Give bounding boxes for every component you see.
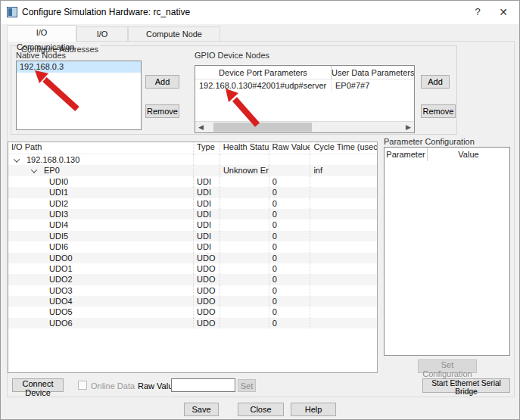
gpio-cell: EP0#7#7: [332, 79, 373, 92]
save-button[interactable]: Save: [184, 403, 219, 416]
native-nodes-list[interactable]: 192.168.0.3: [16, 61, 142, 130]
io-path-cell: 192.168.0.130: [8, 154, 194, 165]
io-type-cell: UDI: [194, 176, 220, 187]
io-path-row[interactable]: UDI1UDI0: [8, 187, 377, 198]
io-type-cell: UDO: [194, 285, 220, 296]
raw-value-input[interactable]: [171, 378, 235, 392]
io-raw-cell: 0: [269, 263, 311, 274]
io-path-cell: UDI0: [8, 176, 194, 187]
io-raw-cell: 0: [269, 219, 311, 230]
close-icon[interactable]: ✕: [492, 4, 515, 20]
io-health-cell: [220, 187, 269, 198]
io-type-cell: UDI: [194, 198, 220, 209]
io-health-cell: [220, 296, 269, 306]
scrollbar-thumb[interactable]: [213, 123, 312, 132]
io-cycle-cell: [310, 176, 377, 187]
gpio-device-row[interactable]: 192.168.0.130#42001#udp#serverEP0#7#7: [195, 79, 414, 92]
io-path-row[interactable]: UDI3UDI0: [8, 209, 377, 219]
io-type-cell: [194, 165, 220, 176]
io-path-cell: UDI2: [8, 198, 194, 209]
io-type-cell: UDI: [194, 209, 220, 219]
io-path-row[interactable]: UDO4UDO0: [8, 296, 377, 306]
io-path-row[interactable]: UDO0UDO0: [8, 253, 377, 263]
io-type-cell: UDI: [194, 187, 220, 198]
col-io-path: I/O Path: [8, 142, 194, 154]
gpio-cell: 192.168.0.130#42001#udp#server: [195, 79, 332, 92]
io-health-cell: [220, 241, 269, 252]
io-path-row[interactable]: UDO1UDO0: [8, 263, 377, 274]
native-remove-button[interactable]: Remove: [145, 104, 179, 118]
io-path-row[interactable]: UDO3UDO0: [8, 285, 377, 296]
io-path-row[interactable]: UDO2UDO0: [8, 274, 377, 285]
io-raw-cell: 0: [269, 187, 311, 198]
tab-io-allocation[interactable]: I/O Allocation: [76, 26, 128, 42]
gpio-device-nodes-table[interactable]: Device Port Parameters User Data Paramet…: [195, 65, 415, 133]
io-health-cell: [220, 176, 269, 187]
parameter-configuration-label: Parameter Configuration: [384, 137, 475, 146]
io-path-table[interactable]: I/O Path Type Health Status Raw Value Cy…: [8, 142, 378, 373]
param-table-header: Parameter Value: [385, 148, 509, 161]
set-button[interactable]: Set: [238, 379, 256, 392]
scroll-left-icon[interactable]: ◀: [195, 122, 207, 132]
io-path-cell: UDO6: [8, 318, 194, 328]
io-cycle-cell: [310, 219, 377, 230]
gpio-table-header: Device Port Parameters User Data Paramet…: [195, 66, 414, 79]
native-add-button[interactable]: Add: [145, 75, 179, 89]
help-icon[interactable]: ?: [466, 4, 489, 20]
col-value: Value: [428, 148, 509, 161]
io-type-cell: UDO: [194, 274, 220, 285]
io-path-row[interactable]: UDO6UDO0: [8, 318, 377, 328]
col-health-status: Health Status: [220, 142, 269, 154]
io-cycle-cell: [310, 231, 377, 241]
gpio-col-user-data: User Data Parameters: [332, 66, 414, 79]
io-path-row[interactable]: EP0Unknown Er...inf: [8, 165, 377, 176]
io-path-row[interactable]: UDI6UDI0: [8, 241, 377, 252]
gpio-add-button[interactable]: Add: [421, 75, 450, 89]
io-raw-cell: 0: [269, 306, 311, 317]
scroll-right-icon[interactable]: ▶: [403, 122, 414, 132]
chevron-down-icon[interactable]: [14, 156, 20, 162]
io-path-row[interactable]: UDI5UDI0: [8, 231, 377, 241]
online-data-label: Online Data: [91, 381, 135, 390]
help-button[interactable]: Help: [291, 403, 336, 416]
native-node-item[interactable]: 192.168.0.3: [17, 61, 141, 73]
start-ethernet-serial-bridge-button[interactable]: Start Ethernet Serial Bridge: [422, 378, 510, 393]
io-path-cell: UDI3: [8, 209, 194, 219]
io-cycle-cell: [310, 198, 377, 209]
io-path-row[interactable]: UDI2UDI0: [8, 198, 377, 209]
io-raw-cell: [269, 165, 311, 176]
io-raw-cell: 0: [269, 274, 311, 285]
connect-device-button[interactable]: Connect Device: [12, 378, 64, 392]
tab-compute-node-allocation[interactable]: Compute Node Allocation: [128, 26, 220, 42]
io-table-header: I/O Path Type Health Status Raw Value Cy…: [8, 142, 377, 154]
io-health-cell: Unknown Er...: [220, 165, 269, 176]
set-configuration-button[interactable]: Set Configuration: [418, 359, 477, 373]
io-health-cell: [220, 154, 269, 165]
gpio-remove-button[interactable]: Remove: [421, 104, 456, 118]
gpio-col-device-port: Device Port Parameters: [195, 66, 332, 79]
configure-simulation-hardware-dialog: Configure Simulation Hardware: rc_native…: [0, 0, 520, 420]
io-raw-cell: [269, 154, 311, 165]
io-raw-cell: 0: [269, 318, 311, 328]
io-path-cell: UDI5: [8, 231, 194, 241]
gpio-device-nodes-label: GPIO Device Nodes: [195, 51, 269, 60]
io-cycle-cell: [310, 318, 377, 328]
tab-io-communication[interactable]: I/O Communication: [7, 25, 76, 42]
io-health-cell: [220, 263, 269, 274]
io-path-row[interactable]: UDO5UDO0: [8, 306, 377, 317]
parameter-configuration-table[interactable]: Parameter Value: [384, 147, 510, 356]
io-cycle-cell: [310, 154, 377, 165]
io-path-row[interactable]: 192.168.0.130: [8, 154, 377, 165]
io-path-cell: UDO1: [8, 263, 194, 274]
io-cycle-cell: [310, 306, 377, 317]
io-cycle-cell: [310, 296, 377, 306]
io-path-row[interactable]: UDI0UDI0: [8, 176, 377, 187]
io-path-row[interactable]: UDI4UDI0: [8, 219, 377, 230]
gpio-horizontal-scrollbar[interactable]: ◀ ▶: [195, 121, 414, 132]
close-button[interactable]: Close: [238, 403, 284, 416]
io-cycle-cell: [310, 209, 377, 219]
chevron-down-icon[interactable]: [31, 167, 37, 173]
col-parameter: Parameter: [385, 148, 428, 161]
online-data-checkbox[interactable]: [78, 381, 87, 390]
io-cycle-cell: [310, 274, 377, 285]
